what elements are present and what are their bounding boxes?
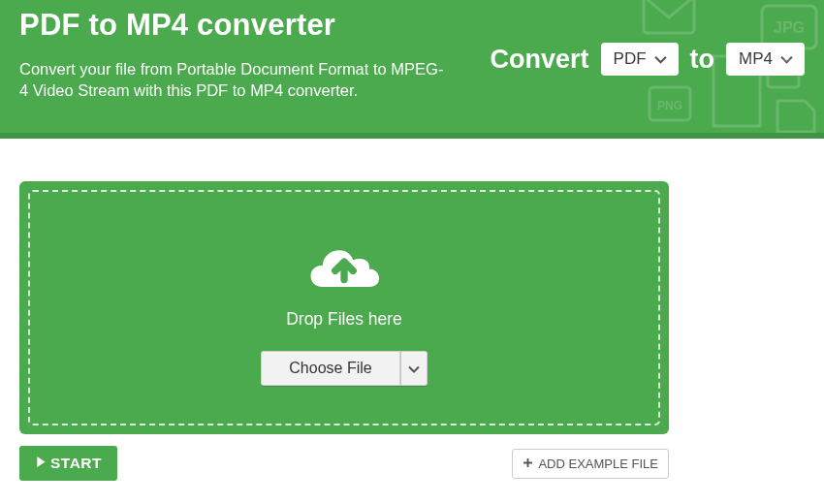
- convert-label: Convert: [491, 45, 589, 75]
- plus-icon: [523, 457, 533, 471]
- to-label: to: [690, 45, 714, 75]
- page-title: PDF to MP4 converter: [19, 8, 805, 43]
- file-icon: [772, 97, 820, 133]
- choose-file-group: Choose File: [261, 351, 427, 386]
- actions-row: START ADD EXAMPLE FILE: [19, 446, 669, 481]
- to-format-value: MP4: [739, 49, 773, 69]
- to-format-select[interactable]: MP4: [726, 43, 805, 76]
- chevron-down-icon: [654, 55, 667, 64]
- dropzone-inner: Drop Files here Choose File: [28, 190, 660, 425]
- chevron-down-icon: [780, 55, 793, 64]
- drop-files-text: Drop Files here: [286, 309, 402, 330]
- dropzone[interactable]: Drop Files here Choose File: [19, 181, 669, 434]
- cloud-upload-icon: [300, 230, 389, 298]
- convert-panel: Convert PDF to MP4: [491, 43, 805, 76]
- main-area: Drop Files here Choose File START ADD EX: [0, 139, 824, 481]
- svg-rect-3: [650, 87, 690, 120]
- svg-text:PNG: PNG: [657, 99, 682, 112]
- play-icon: [35, 455, 47, 472]
- chevron-down-icon: [408, 360, 420, 377]
- add-example-file-button[interactable]: ADD EXAMPLE FILE: [512, 449, 669, 479]
- from-format-value: PDF: [614, 49, 647, 69]
- choose-file-dropdown[interactable]: [400, 351, 428, 386]
- page-subtitle: Convert your file from Portable Document…: [19, 58, 446, 102]
- start-button[interactable]: START: [19, 446, 117, 481]
- filetype-icon: PNG: [648, 85, 692, 126]
- choose-file-button[interactable]: Choose File: [261, 351, 399, 386]
- add-example-file-label: ADD EXAMPLE FILE: [538, 457, 658, 471]
- start-button-label: START: [50, 455, 102, 472]
- from-format-select[interactable]: PDF: [601, 43, 679, 76]
- page-header: PDF to MP4 converter Convert your file f…: [0, 0, 824, 139]
